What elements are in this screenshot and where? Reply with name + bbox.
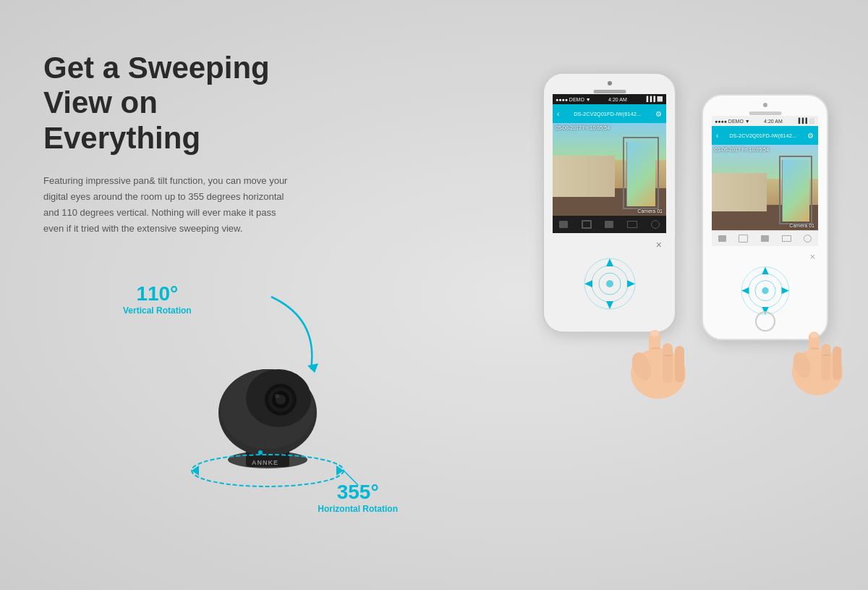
phone2-camera-dot — [763, 103, 767, 107]
svg-rect-44 — [833, 347, 841, 380]
phone2-timestamp: 01-06-2017 Fri 10:05:54 — [715, 147, 769, 152]
ctrl2-icon-5 — [804, 235, 812, 243]
svg-marker-40 — [781, 287, 788, 294]
phone1-timestamp: 05-06-2017 Fri 10:05:54 — [556, 125, 610, 130]
page-container: Get a Sweeping View on Everything Featur… — [0, 0, 868, 590]
phone2-app-header: ‹ DS-2CV2Q01FD-IW(6142... ⚙ — [712, 126, 818, 145]
main-heading: Get a Sweeping View on Everything — [43, 51, 289, 156]
horizontal-label-text: Horizontal Rotation — [318, 504, 398, 514]
phone2-status-bar: ●●●● DEMO ▼ 4:20 AM ▐▐▐ ⬜ — [712, 116, 818, 126]
phone1-close-button[interactable]: × — [656, 239, 662, 250]
svg-rect-43 — [822, 344, 831, 381]
phone1-app-title: DS-2CV2Q01FD-IW(6142... — [562, 111, 652, 117]
ctrl-icon-2 — [582, 220, 592, 229]
ctrl-icon-3 — [605, 221, 613, 228]
ctrl-icon-1 — [559, 221, 568, 228]
phone1-hand-pointer — [611, 294, 705, 413]
phone2-camera-feed: 01-06-2017 Fri 10:05:54 Camera 01 — [712, 145, 818, 230]
horizontal-degrees: 355° — [318, 481, 398, 504]
phone2-feed-label: Camera 01 — [789, 223, 814, 228]
camera-illustration: ANNKE — [166, 275, 369, 507]
svg-point-48 — [810, 332, 818, 337]
phone2-wrapper: ●●●● DEMO ▼ 4:20 AM ▐▐▐ ⬜ ‹ DS-2CV2Q01FD… — [702, 94, 846, 340]
svg-point-32 — [650, 331, 659, 337]
svg-point-11 — [258, 450, 263, 455]
phone2-close-button[interactable]: × — [809, 251, 815, 262]
ctrl2-icon-1 — [718, 235, 726, 242]
phone1-control-bar — [553, 216, 666, 233]
left-section: Get a Sweeping View on Everything Featur… — [43, 51, 289, 237]
ctrl-icon-5 — [651, 220, 660, 229]
ctrl2-icon-3 — [761, 235, 769, 242]
hand-svg-2 — [774, 298, 861, 406]
ctrl-icon-4 — [627, 221, 637, 228]
svg-rect-27 — [663, 343, 673, 383]
svg-marker-0 — [307, 363, 318, 373]
phone2-app-title: DS-2CV2Q01FD-IW(6142... — [721, 132, 804, 139]
camera-svg-wrapper: ANNKE — [166, 275, 369, 507]
phone1-status-bar: ●●●● DEMO ▼ 4:20 AM ▐▐▐ ⬜ — [553, 94, 666, 104]
svg-point-10 — [275, 394, 279, 398]
phone1-camera-feed: 05-06-2017 Fri 10:05:54 Camera 01 — [553, 123, 666, 216]
svg-point-36 — [762, 287, 768, 294]
heading-line1: Get a Sweeping — [43, 51, 270, 85]
hand-svg-1 — [611, 294, 705, 410]
phone1-speaker — [593, 90, 626, 93]
svg-marker-23 — [584, 280, 592, 287]
phone2-speaker — [749, 111, 781, 115]
svg-text:ANNKE: ANNKE — [252, 459, 278, 466]
ctrl2-icon-4 — [782, 235, 791, 242]
phone1-app-header: ‹ DS-2CV2Q01FD-IW(6142... ⚙ — [553, 104, 666, 123]
svg-rect-28 — [675, 346, 684, 382]
phone1-feed-label: Camera 01 — [637, 208, 663, 214]
camera-section: 110° Vertical Rotation — [101, 261, 405, 536]
phone1-camera-dot — [608, 81, 612, 85]
horizontal-rotation-label: 355° Horizontal Rotation — [318, 481, 398, 514]
heading-line2: View on — [43, 85, 158, 119]
svg-marker-24 — [627, 280, 635, 287]
ctrl2-icon-2 — [739, 235, 748, 243]
svg-marker-21 — [606, 258, 613, 266]
svg-marker-39 — [741, 287, 749, 294]
phone2-control-bar — [712, 230, 818, 246]
svg-marker-37 — [762, 267, 768, 274]
phones-section: ●●●● DEMO ▼ 4:20 AM ▐▐▐ ⬜ ‹ DS-2CV2Q01FD… — [542, 72, 846, 340]
phone2-hand-pointer — [774, 298, 861, 409]
phone2-home-button[interactable] — [755, 311, 775, 332]
phone1-wrapper: ●●●● DEMO ▼ 4:20 AM ▐▐▐ ⬜ ‹ DS-2CV2Q01FD… — [542, 72, 687, 333]
heading-line3: Everything — [43, 121, 200, 155]
svg-point-20 — [606, 280, 613, 287]
description-text: Featuring impressive pan& tilt function,… — [43, 173, 289, 237]
